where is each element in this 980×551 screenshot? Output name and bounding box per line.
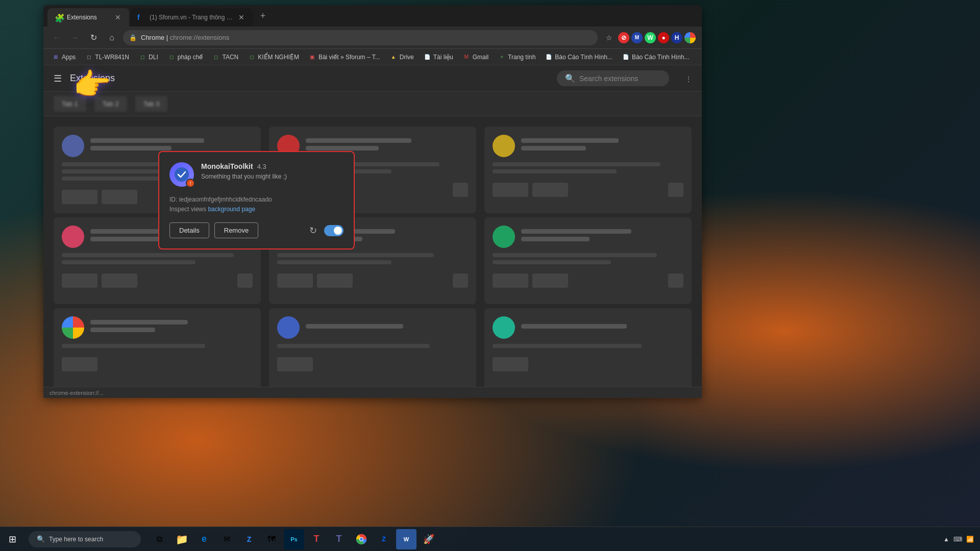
forward-button[interactable]: → bbox=[68, 31, 82, 45]
extensions-row-1 bbox=[43, 116, 702, 215]
search-input[interactable] bbox=[579, 74, 661, 83]
extension-inspect-views: Inspect views background page bbox=[169, 205, 344, 214]
trangtinh-icon: + bbox=[498, 53, 506, 61]
address-bar[interactable]: 🔒 Chrome | chrome://extensions bbox=[123, 30, 598, 45]
chrome-logo[interactable] bbox=[684, 32, 696, 43]
address-sep: | bbox=[164, 34, 170, 41]
extension-card-info: MonokaiToolkit 4.3 Something that you mi… bbox=[201, 162, 344, 181]
start-button[interactable]: ⊞ bbox=[0, 527, 24, 552]
pointing-hand-illustration: 👈 bbox=[74, 66, 112, 103]
bookmark-baocao1[interactable]: 📄 Báo Cáo Tình Hình... bbox=[541, 51, 617, 63]
svg-point-3 bbox=[360, 538, 363, 541]
network-icon: 📶 bbox=[966, 536, 974, 543]
extensions-tab-close[interactable]: ✕ bbox=[114, 13, 122, 22]
star-icon[interactable]: ☆ bbox=[602, 31, 616, 45]
hamburger-button[interactable]: ☰ bbox=[54, 73, 62, 84]
extension-badge-icon: ! bbox=[186, 179, 195, 188]
home-button[interactable]: ⌂ bbox=[105, 31, 119, 45]
blurred-card-6 bbox=[484, 217, 692, 304]
tl-icon: ◻ bbox=[85, 53, 93, 61]
extension-card-details: ID: iedjeaomfnfgefjmhhcidkfedncaado Insp… bbox=[169, 195, 344, 214]
new-tab-button[interactable]: + bbox=[256, 9, 270, 23]
extension-card-actions: Details Remove ↻ bbox=[169, 222, 344, 238]
bookmark-drive[interactable]: ▲ Drive bbox=[385, 51, 418, 63]
bookmarks-bar: ⊞ Apps ◻ TL-WR841N ◻ DLI ◻ pháp chế ◻ TA… bbox=[43, 49, 702, 65]
extensions-search-bar[interactable]: 🔍 bbox=[557, 70, 669, 86]
blurred-card-8 bbox=[269, 308, 476, 387]
bookmark-apps[interactable]: ⊞ Apps bbox=[47, 51, 80, 63]
baocao1-label: Báo Cáo Tình Hình... bbox=[555, 54, 612, 61]
details-button[interactable]: Details bbox=[169, 222, 209, 238]
phap-label: pháp chế bbox=[178, 54, 203, 61]
block-icon[interactable]: ⊘ bbox=[618, 32, 629, 43]
sforum-bai-viet-label: Bài viết » Sforum – T... bbox=[318, 54, 380, 61]
bookmark-trangtinh[interactable]: + Trang tính bbox=[494, 51, 540, 63]
drive-icon: ▲ bbox=[389, 53, 398, 61]
blurred-card-7 bbox=[54, 308, 261, 387]
taskbar-maps[interactable]: 🗺 bbox=[261, 529, 282, 549]
taskbar-chrome[interactable] bbox=[351, 529, 372, 549]
bookmark-dli[interactable]: ◻ DLI bbox=[134, 51, 162, 63]
taskbar-zalo[interactable]: Z bbox=[374, 529, 394, 549]
bookmark-kiem[interactable]: ◻ KIỂM NGHIỆM bbox=[243, 51, 303, 63]
vpn-icon[interactable]: ● bbox=[658, 32, 669, 43]
remove-button[interactable]: Remove bbox=[214, 222, 258, 238]
drive-label: Drive bbox=[400, 54, 414, 61]
facebook-icon: f bbox=[137, 13, 145, 21]
taskbar-search[interactable]: 🔍 Type here to search bbox=[29, 531, 141, 547]
toggle-thumb bbox=[334, 227, 342, 235]
taskbar-word[interactable]: W bbox=[396, 529, 416, 549]
extensions-tab[interactable]: 🧩 Extensions ✕ bbox=[47, 8, 129, 27]
background-page-link[interactable]: background page bbox=[208, 206, 255, 213]
back-button[interactable]: ← bbox=[50, 31, 64, 45]
sforum-tab-title: (1) Sforum.vn - Trang thông tin c... bbox=[150, 14, 233, 21]
blurred-card-9 bbox=[484, 308, 692, 387]
tl-label: TL-WR841N bbox=[95, 54, 129, 61]
bookmark-gmail[interactable]: M Gmail bbox=[458, 51, 493, 63]
address-domain: Chrome bbox=[141, 34, 164, 41]
taskbar-task-view[interactable]: ⧉ bbox=[149, 529, 169, 549]
refresh-button[interactable]: ↻ bbox=[86, 31, 101, 45]
sforum-tab[interactable]: f (1) Sforum.vn - Trang thông tin c... ✕ bbox=[130, 8, 253, 27]
status-text: chrome-extension://... bbox=[50, 390, 104, 396]
dev-mode-area[interactable]: ⋮ bbox=[685, 74, 692, 83]
taskbar-rocket[interactable]: 🚀 bbox=[419, 529, 439, 549]
blurred-card-3 bbox=[484, 127, 692, 213]
tacn-label: TACN bbox=[222, 54, 238, 61]
apps-bookmark-label: Apps bbox=[62, 54, 76, 61]
extension2-icon[interactable]: H bbox=[671, 32, 682, 43]
browser-status-bar: chrome-extension://... bbox=[43, 387, 702, 398]
taskbar-zoom[interactable]: Z bbox=[239, 529, 259, 549]
taskbar-mail[interactable]: ✉ bbox=[216, 529, 237, 549]
apps-bookmark-icon: ⊞ bbox=[52, 53, 60, 61]
bookmark-tailieu[interactable]: 📄 Tài liệu bbox=[419, 51, 457, 63]
highlighted-extension-card: ! MonokaiToolkit 4.3 Something that you … bbox=[158, 151, 355, 249]
taskbar-file-explorer[interactable]: 📁 bbox=[172, 529, 192, 549]
bookmark-phap[interactable]: ◻ pháp chế bbox=[163, 51, 207, 63]
extensions-grid-area: ! MonokaiToolkit 4.3 Something that you … bbox=[43, 116, 702, 387]
taskbar-photoshop[interactable]: Ps bbox=[284, 529, 304, 549]
extension-toggle[interactable] bbox=[324, 225, 344, 236]
bookmark-sforum[interactable]: ▣ Bài viết » Sforum – T... bbox=[304, 51, 384, 63]
extension-rating: 4.3 bbox=[257, 163, 266, 170]
baocao1-icon: 📄 bbox=[545, 53, 553, 61]
sub-tab-3[interactable]: Tab 3 bbox=[135, 96, 168, 112]
system-tray-up-arrow[interactable]: ▲ bbox=[943, 536, 949, 543]
refresh-extension-button[interactable]: ↻ bbox=[309, 225, 317, 236]
toggle-track bbox=[324, 225, 344, 236]
mail-addon-icon[interactable]: M bbox=[631, 32, 643, 43]
taskbar-trello[interactable]: T bbox=[306, 529, 327, 549]
tab-bar: 🧩 Extensions ✕ f (1) Sforum.vn - Trang t… bbox=[43, 5, 702, 27]
taskbar-teams[interactable]: T bbox=[329, 529, 349, 549]
address-text: Chrome | chrome://extensions bbox=[141, 34, 229, 41]
extensions-header: ☰ Extensions 🔍 ⋮ bbox=[43, 65, 702, 92]
bookmark-tacn[interactable]: ◻ TACN bbox=[208, 51, 242, 63]
sforum-tab-close[interactable]: ✕ bbox=[237, 13, 246, 22]
bookmark-baocao2[interactable]: 📄 Báo Cáo Tình Hình... bbox=[618, 51, 694, 63]
whatsapp-icon[interactable]: W bbox=[645, 32, 656, 43]
bookmark-tl[interactable]: ◻ TL-WR841N bbox=[81, 51, 133, 63]
nav-right-icons: ☆ ⊘ M W ● H bbox=[602, 31, 696, 45]
gmail-icon: M bbox=[462, 53, 471, 61]
taskbar-edge[interactable]: e bbox=[194, 529, 214, 549]
extension-description: Something that you might like ;) bbox=[201, 172, 344, 181]
